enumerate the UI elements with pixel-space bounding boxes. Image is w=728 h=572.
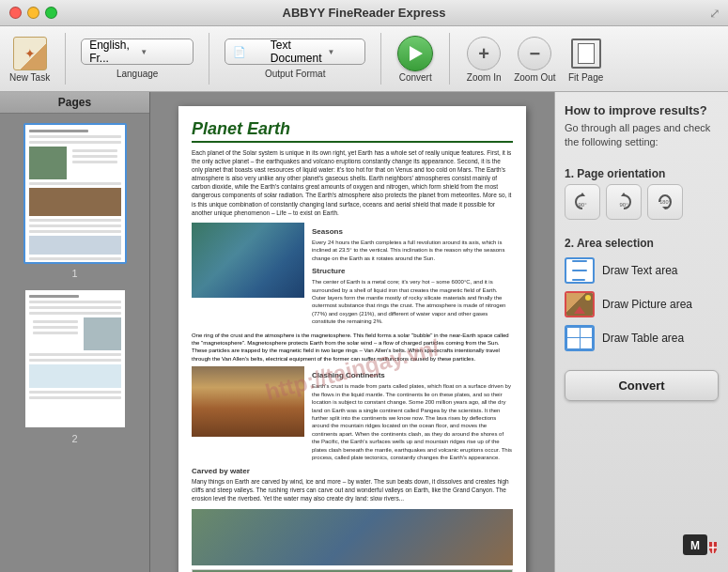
logo-area: M [565, 533, 719, 561]
minimize-button[interactable] [27, 7, 39, 19]
rotate-180-button[interactable]: 180° [647, 184, 683, 220]
area-selection-section: 2. Area selection Draw Text area [565, 231, 719, 355]
output-format-dropdown[interactable]: 📄 Text Document ▼ [225, 39, 365, 65]
window-controls[interactable] [9, 7, 57, 19]
page-2-number: 2 [71, 433, 77, 444]
rotation-buttons: 90° 90° 180° [565, 184, 719, 220]
canyon-image [192, 366, 304, 437]
earth-image [192, 223, 304, 298]
fit-page-icon [567, 35, 605, 72]
zoom-out-button[interactable]: − Zoom Out [514, 35, 555, 83]
panel-description: Go through all pages and check the follo… [565, 121, 719, 150]
maximize-button[interactable] [45, 7, 57, 19]
document-area[interactable]: http://taingay.vn/ Planet Earth Each pla… [150, 92, 554, 572]
document-title: Planet Earth [192, 119, 513, 143]
convert-label: Convert [399, 72, 432, 83]
page-orientation-section: 1. Page orientation 90° 90° [565, 162, 719, 220]
title-bar: ABBYY FineReader Express ⤢ [0, 0, 728, 26]
zoom-in-circle[interactable]: + [467, 37, 501, 70]
divider-4 [449, 33, 450, 85]
play-button[interactable] [397, 36, 433, 71]
document-page: http://taingay.vn/ Planet Earth Each pla… [178, 106, 526, 572]
right-panel: How to improve results? Go through all p… [554, 92, 728, 572]
zoom-in-label: Zoom In [467, 72, 502, 83]
rotate-ccw-90-button[interactable]: 90° [565, 184, 600, 220]
output-format-arrow-icon: ▼ [328, 48, 358, 56]
draw-text-area-label: Draw Text area [602, 264, 677, 277]
abbyy-logo-icon: M [681, 533, 719, 561]
output-format-label: Output Format [265, 69, 325, 79]
table-area-icon [565, 325, 595, 351]
step2-label: 2. Area selection [565, 237, 719, 250]
doc-columns-1: Seasons Every 24 hours the Earth complet… [192, 223, 513, 326]
language-section: English, Fr... ▼ Language [81, 39, 194, 79]
page-1-thumbnail [23, 123, 127, 264]
carved-section-title: Carved by water [192, 467, 513, 475]
toolbar: New Task English, Fr... ▼ Language 📄 Tex… [0, 26, 728, 92]
draw-picture-area-item[interactable]: Draw Picture area [565, 287, 719, 321]
page-thumb-1[interactable]: 1 [9, 123, 140, 279]
carved-text: Many things on Earth are carved by wind,… [192, 477, 513, 502]
new-task-label: New Task [9, 72, 50, 83]
main-content: Pages [0, 92, 728, 572]
zoom-in-button[interactable]: + Zoom In [465, 35, 503, 83]
page-2-thumbnail [23, 288, 127, 429]
zoom-out-label: Zoom Out [514, 72, 555, 83]
text-area-icon [565, 257, 595, 284]
doc-magnetosphere-text: One ring of the crust and the atmosphere… [192, 332, 513, 363]
rotate-180-icon: 180° [655, 192, 675, 212]
output-format-value: Text Document [271, 39, 322, 65]
pages-panel-header: Pages [0, 92, 149, 114]
svg-text:180°: 180° [659, 199, 670, 205]
improve-results-section: How to improve results? Go through all p… [565, 103, 719, 150]
divider-2 [209, 33, 209, 85]
close-button[interactable] [9, 7, 22, 19]
panel-title: How to improve results? [565, 103, 719, 117]
divider-3 [380, 33, 381, 85]
step1-label: 1. Page orientation [565, 167, 719, 180]
clashing-text: Clashing Continents Earth's crust is mad… [312, 366, 513, 461]
draw-table-area-label: Draw Table area [602, 332, 684, 345]
draw-table-area-item[interactable]: Draw Table area [565, 321, 719, 355]
divider-1 [65, 33, 66, 85]
svg-text:M: M [690, 539, 700, 552]
new-task-button[interactable]: New Task [9, 35, 50, 83]
zoom-in-icon: + [465, 35, 503, 72]
language-arrow-icon: ▼ [140, 48, 185, 56]
page-1-number: 1 [71, 268, 77, 279]
svg-marker-0 [580, 193, 585, 196]
fit-page-label: Fit Page [568, 72, 603, 83]
play-triangle-icon [410, 46, 423, 61]
pages-list: 1 [0, 114, 149, 454]
right-panel-convert-button[interactable]: Convert [565, 370, 719, 401]
svg-marker-2 [621, 193, 627, 196]
rotate-cw-90-button[interactable]: 90° [606, 184, 642, 220]
fit-page-button[interactable]: Fit Page [567, 35, 605, 83]
window-title: ABBYY FineReader Express [283, 6, 446, 20]
language-dropdown[interactable]: English, Fr... ▼ [81, 39, 194, 65]
page-thumb-2[interactable]: 2 [9, 288, 140, 444]
pages-panel: Pages [0, 92, 150, 572]
svg-text:90°: 90° [619, 202, 628, 208]
convert-button[interactable]: Convert [396, 35, 434, 83]
convert-icon [396, 35, 434, 72]
zoom-out-circle[interactable]: − [518, 37, 551, 70]
output-format-section: 📄 Text Document ▼ Output Format [225, 39, 365, 79]
river-image [192, 509, 513, 565]
facts-table: FACTS AND FIGURES Distance from Sun149.6… [192, 569, 513, 572]
doc-intro-text: Each planet of the Solar system is uniqu… [192, 148, 513, 217]
rotate-cw-icon: 90° [613, 192, 634, 212]
language-value: English, Fr... [89, 39, 134, 65]
language-label: Language [116, 69, 159, 79]
rotate-ccw-icon: 90° [572, 192, 593, 212]
seasons-text: Seasons Every 24 hours the Earth complet… [312, 223, 513, 326]
zoom-out-icon: − [516, 35, 553, 72]
doc-columns-2: Clashing Continents Earth's crust is mad… [192, 366, 513, 461]
resize-icon[interactable]: ⤢ [709, 6, 720, 21]
output-format-icon: 📄 [233, 46, 263, 58]
svg-text:90°: 90° [578, 202, 587, 208]
new-task-icon [11, 35, 49, 72]
draw-picture-area-label: Draw Picture area [602, 298, 692, 311]
picture-area-icon [565, 291, 595, 317]
draw-text-area-item[interactable]: Draw Text area [565, 254, 719, 287]
